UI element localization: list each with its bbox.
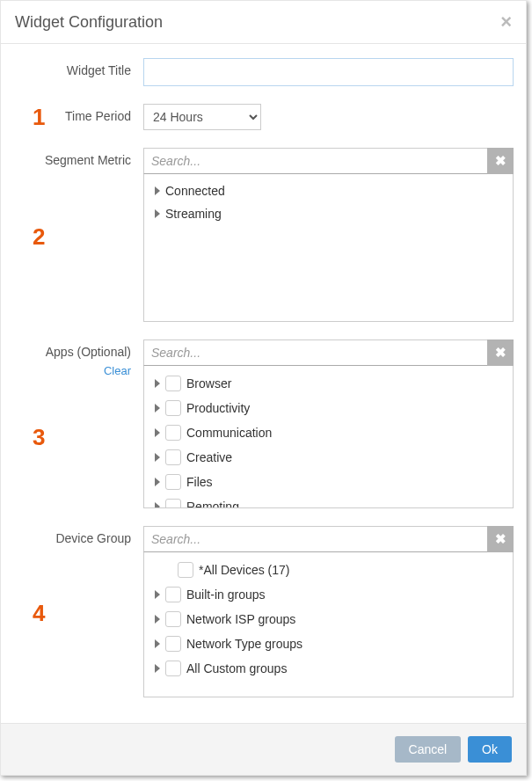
tree-item-remoting[interactable]: Remoting [148, 494, 509, 508]
checkbox[interactable] [165, 376, 181, 391]
caret-icon[interactable] [155, 453, 160, 462]
step-number-1: 1 [33, 104, 45, 131]
tree-item-isp-groups[interactable]: Network ISP groups [148, 607, 509, 631]
tree-item-builtin-groups[interactable]: Built-in groups [148, 582, 509, 607]
caret-icon[interactable] [155, 379, 160, 388]
caret-icon[interactable] [155, 615, 160, 624]
tree-item-creative[interactable]: Creative [148, 445, 509, 470]
caret-icon[interactable] [155, 404, 160, 412]
checkbox[interactable] [165, 400, 181, 416]
row-segment-metric: Segment Metric 2 ✖ Connected Streaming [10, 148, 514, 322]
widget-title-input[interactable] [143, 58, 514, 86]
dialog-footer: Cancel Ok [1, 723, 526, 775]
time-period-select[interactable]: 24 Hours [143, 104, 261, 130]
segment-metric-tree: Connected Streaming [143, 174, 514, 322]
label-apps: Apps (Optional) [46, 345, 131, 359]
row-widget-title: Widget Title [10, 58, 514, 86]
tree-item-network-type-groups[interactable]: Network Type groups [148, 631, 509, 656]
checkbox[interactable] [165, 661, 181, 676]
apps-clear-link[interactable]: Clear [10, 364, 131, 377]
tree-item-streaming[interactable]: Streaming [148, 202, 509, 225]
caret-icon[interactable] [155, 664, 160, 673]
caret-icon[interactable] [155, 209, 160, 218]
checkbox[interactable] [165, 449, 181, 465]
apps-tree[interactable]: Browser Productivity Communication [143, 366, 514, 508]
label-widget-title: Widget Title [10, 58, 143, 77]
row-device-group: Device Group 4 ✖ *All Devices (17) [10, 526, 514, 697]
step-number-3: 3 [33, 424, 45, 451]
device-search-input[interactable] [143, 526, 514, 552]
tree-item-connected[interactable]: Connected [148, 179, 509, 202]
segment-search-input[interactable] [143, 148, 514, 174]
caret-spacer [167, 566, 172, 574]
device-group-tree: *All Devices (17) Built-in groups Networ… [143, 552, 514, 697]
label-segment-metric: Segment Metric [45, 153, 131, 167]
tree-item-browser[interactable]: Browser [148, 371, 509, 396]
close-icon[interactable]: × [500, 12, 512, 32]
ok-button[interactable]: Ok [468, 736, 512, 763]
cancel-button[interactable]: Cancel [395, 736, 462, 763]
tree-item-all-devices[interactable]: *All Devices (17) [148, 558, 509, 582]
checkbox[interactable] [165, 425, 181, 441]
dialog-title: Widget Configuration [15, 13, 163, 32]
widget-config-dialog: Widget Configuration × Widget Title 1 Ti… [0, 0, 527, 776]
caret-icon[interactable] [155, 478, 160, 486]
checkbox[interactable] [178, 562, 193, 578]
checkbox[interactable] [165, 474, 181, 490]
segment-search-clear-icon[interactable]: ✖ [487, 148, 514, 174]
step-number-4: 4 [33, 600, 45, 627]
caret-icon[interactable] [155, 186, 160, 195]
checkbox[interactable] [165, 636, 181, 652]
caret-icon[interactable] [155, 590, 160, 599]
label-time-period: Time Period [65, 109, 131, 123]
caret-icon[interactable] [155, 428, 160, 437]
checkbox[interactable] [165, 587, 181, 602]
tree-item-custom-groups[interactable]: All Custom groups [148, 656, 509, 681]
dialog-header: Widget Configuration × [1, 1, 526, 44]
checkbox[interactable] [165, 499, 181, 508]
checkbox[interactable] [165, 611, 181, 627]
tree-item-productivity[interactable]: Productivity [148, 396, 509, 420]
tree-item-communication[interactable]: Communication [148, 420, 509, 445]
step-number-2: 2 [33, 223, 45, 251]
row-apps: Apps (Optional) Clear 3 ✖ Browser [10, 339, 514, 508]
dialog-body: Widget Title 1 Time Period 24 Hours Segm… [1, 44, 526, 723]
label-device-group: Device Group [55, 531, 131, 545]
apps-search-clear-icon[interactable]: ✖ [487, 339, 514, 366]
caret-icon[interactable] [155, 502, 160, 508]
caret-icon[interactable] [155, 639, 160, 648]
apps-search-input[interactable] [143, 339, 514, 366]
device-search-clear-icon[interactable]: ✖ [487, 526, 514, 552]
tree-item-files[interactable]: Files [148, 470, 509, 494]
row-time-period: 1 Time Period 24 Hours [10, 104, 514, 130]
